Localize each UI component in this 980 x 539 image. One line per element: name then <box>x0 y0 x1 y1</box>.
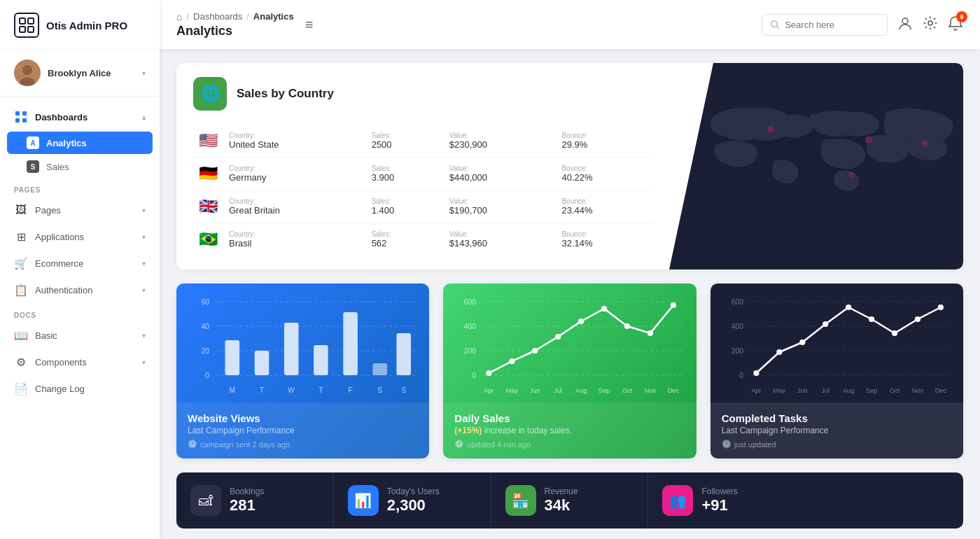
logo-text: Otis Admin PRO <box>46 20 127 31</box>
breadcrumb-sep1: / <box>186 11 189 22</box>
auth-icon: 📋 <box>14 283 28 297</box>
world-map <box>669 63 963 270</box>
country-value: Great Britain <box>229 205 360 216</box>
card-title: Sales by Country <box>237 87 334 101</box>
svg-text:Aug: Aug <box>575 387 587 394</box>
country-value: Germany <box>229 172 360 183</box>
logo-icon <box>14 13 39 38</box>
sidebar-item-dashboards[interactable]: Dashboards ▴ <box>0 104 160 130</box>
header-right: 9 <box>762 14 963 36</box>
flag-icon: 🇩🇪 <box>199 164 218 182</box>
applications-expand: ▾ <box>142 233 146 241</box>
stat-item: 🏪 Revenue 34k <box>491 472 649 528</box>
card-globe-icon: 🌐 <box>193 77 227 111</box>
sidebar-item-applications[interactable]: ⊞ Applications ▾ <box>0 223 160 250</box>
stat-label: Bookings <box>230 486 264 496</box>
daily-sales-highlight: (+15%) <box>454 426 482 435</box>
stat-item: 📊 Today's Users 2,300 <box>334 472 491 528</box>
completed-tasks-chart: 600 400 200 0 Apr <box>710 284 963 402</box>
sales-dot: S <box>27 160 39 173</box>
svg-rect-3 <box>28 27 34 32</box>
stats-row: 🛋 Bookings 281 📊 Today's Users 2,300 🏪 R… <box>176 472 963 528</box>
svg-point-56 <box>648 330 653 336</box>
notifications-icon[interactable]: 9 <box>948 15 963 34</box>
home-icon[interactable]: ⌂ <box>176 11 182 22</box>
svg-text:Aug: Aug <box>843 387 854 394</box>
svg-line-12 <box>777 27 779 29</box>
stat-icon: 🏪 <box>505 485 536 516</box>
svg-text:F: F <box>348 386 352 394</box>
daily-sales-footer-text: updated 4 min ago <box>467 440 531 449</box>
sidebar-item-analytics[interactable]: A Analytics <box>7 132 153 154</box>
value-label: Value: <box>449 132 551 139</box>
bounce-value: 40.22% <box>561 172 647 183</box>
svg-text:Jul: Jul <box>554 387 563 394</box>
svg-rect-32 <box>372 363 387 375</box>
hamburger-button[interactable]: ≡ <box>305 17 314 33</box>
sales-label: Sales: <box>372 197 438 205</box>
stat-item: 👥 Followers +91 <box>648 472 806 528</box>
stat-value: 34k <box>545 496 578 514</box>
sidebar-item-ecommerce[interactable]: 🛒 Ecommerce ▾ <box>0 250 160 276</box>
svg-point-80 <box>869 316 874 322</box>
value-label: Value: <box>449 164 551 172</box>
analytics-dot: A <box>27 136 39 149</box>
stat-icon: 📊 <box>348 485 379 516</box>
table-row: 🇺🇸 Country: United State Sales: 2500 Val… <box>193 125 652 158</box>
sidebar-item-sales[interactable]: S Sales <box>0 155 160 178</box>
svg-text:0: 0 <box>205 372 209 379</box>
breadcrumb-dashboards[interactable]: Dashboards <box>193 11 242 22</box>
svg-rect-10 <box>22 118 27 122</box>
value-value: $143,960 <box>449 238 551 248</box>
daily-sales-subtitle-text: increase in today sales. <box>484 426 572 435</box>
svg-text:400: 400 <box>464 323 477 330</box>
daily-sales-subtitle: (+15%) increase in today sales. <box>454 426 685 435</box>
svg-rect-29 <box>284 323 299 375</box>
daily-sales-card: 600 400 200 0 <box>443 284 696 458</box>
user-profile-icon[interactable] <box>897 15 913 34</box>
svg-point-77 <box>799 340 805 345</box>
svg-text:May: May <box>506 387 519 394</box>
bounce-value: 23.44% <box>561 205 647 216</box>
changelog-label: Change Log <box>35 384 85 394</box>
svg-point-49 <box>486 370 492 376</box>
svg-text:600: 600 <box>464 298 477 306</box>
svg-point-81 <box>892 330 897 336</box>
sidebar-item-authentication[interactable]: 📋 Authentication ▾ <box>0 276 160 303</box>
stat-icon: 👥 <box>662 485 693 516</box>
changelog-icon: 📄 <box>14 382 28 396</box>
country-table: 🇺🇸 Country: United State Sales: 2500 Val… <box>193 125 652 255</box>
components-label: Components <box>35 357 87 368</box>
pages-icon: 🖼 <box>14 203 28 217</box>
sidebar-item-components[interactable]: ⚙ Components ▾ <box>0 349 160 375</box>
sales-by-country-card: 🌐 Sales by Country 🇺🇸 Country: United St… <box>176 63 963 270</box>
sidebar-user[interactable]: Brooklyn Alice ▾ <box>0 50 160 97</box>
sidebar-item-pages[interactable]: 🖼 Pages ▾ <box>0 197 160 223</box>
search-input[interactable] <box>785 20 878 30</box>
svg-point-75 <box>753 370 759 376</box>
svg-point-79 <box>846 304 851 310</box>
country-label: Country: <box>229 230 360 238</box>
ecommerce-expand: ▾ <box>142 260 146 267</box>
svg-point-55 <box>624 323 630 329</box>
stat-value: 281 <box>230 496 264 514</box>
stat-icon: 🛋 <box>190 485 221 516</box>
flag-icon: 🇧🇷 <box>199 230 218 248</box>
sidebar-item-changelog[interactable]: 📄 Change Log <box>0 375 160 402</box>
sidebar-logo: Otis Admin PRO <box>0 0 160 50</box>
svg-point-51 <box>532 348 538 354</box>
sales-value: 2500 <box>372 139 438 150</box>
country-label: Country: <box>229 164 360 172</box>
svg-point-54 <box>601 306 607 312</box>
svg-text:Nov: Nov <box>911 387 923 394</box>
stat-label: Followers <box>701 486 737 496</box>
applications-label: Applications <box>35 232 84 242</box>
svg-text:W: W <box>288 386 295 394</box>
flag-icon: 🇺🇸 <box>199 132 218 149</box>
search-box[interactable] <box>762 14 888 36</box>
value-label: Value: <box>449 197 551 205</box>
settings-icon[interactable] <box>923 15 938 34</box>
svg-point-53 <box>578 318 584 324</box>
sidebar-item-basic[interactable]: 📖 Basic ▾ <box>0 322 160 349</box>
country-label: Country: <box>229 132 360 139</box>
